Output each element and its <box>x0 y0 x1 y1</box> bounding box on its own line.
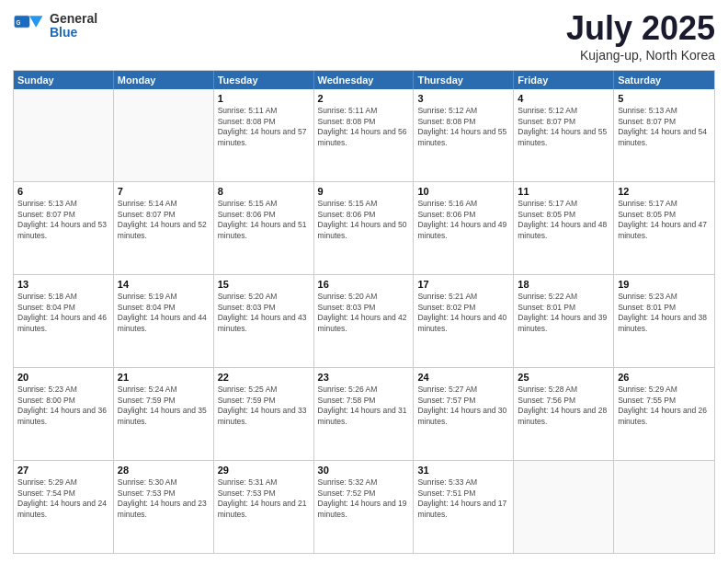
calendar-row-3: 20Sunrise: 5:23 AM Sunset: 8:00 PM Dayli… <box>14 367 714 460</box>
cell-detail: Sunrise: 5:26 AM Sunset: 7:58 PM Dayligh… <box>318 385 410 427</box>
calendar-cell-day-30: 30Sunrise: 5:32 AM Sunset: 7:52 PM Dayli… <box>314 461 415 553</box>
cell-detail: Sunrise: 5:22 AM Sunset: 8:01 PM Dayligh… <box>518 292 609 334</box>
day-number: 19 <box>618 278 711 291</box>
calendar-cell-day-7: 7Sunrise: 5:14 AM Sunset: 8:07 PM Daylig… <box>114 182 214 274</box>
calendar-cell-day-2: 2Sunrise: 5:11 AM Sunset: 8:08 PM Daylig… <box>314 89 415 181</box>
cell-detail: Sunrise: 5:15 AM Sunset: 8:06 PM Dayligh… <box>318 199 410 241</box>
cell-detail: Sunrise: 5:32 AM Sunset: 7:52 PM Dayligh… <box>318 477 410 520</box>
cell-detail: Sunrise: 5:13 AM Sunset: 8:07 PM Dayligh… <box>618 106 711 148</box>
day-number: 17 <box>417 278 509 291</box>
header: G General Blue July 2025 Kujang-up, Nort… <box>13 9 715 63</box>
calendar-cell-day-22: 22Sunrise: 5:25 AM Sunset: 7:59 PM Dayli… <box>214 368 314 460</box>
cell-detail: Sunrise: 5:20 AM Sunset: 8:03 PM Dayligh… <box>218 292 310 334</box>
page: G General Blue July 2025 Kujang-up, Nort… <box>0 0 728 563</box>
day-number: 1 <box>218 92 310 105</box>
calendar-cell-day-25: 25Sunrise: 5:28 AM Sunset: 7:56 PM Dayli… <box>514 368 614 460</box>
calendar-cell-day-18: 18Sunrise: 5:22 AM Sunset: 8:01 PM Dayli… <box>514 275 614 367</box>
calendar-cell-day-21: 21Sunrise: 5:24 AM Sunset: 7:59 PM Dayli… <box>114 368 214 460</box>
cell-detail: Sunrise: 5:23 AM Sunset: 8:00 PM Dayligh… <box>17 385 109 427</box>
cell-detail: Sunrise: 5:21 AM Sunset: 8:02 PM Dayligh… <box>417 292 509 334</box>
day-of-week-tuesday: Tuesday <box>214 71 314 89</box>
calendar-cell-day-28: 28Sunrise: 5:30 AM Sunset: 7:53 PM Dayli… <box>114 461 214 553</box>
calendar-header: SundayMondayTuesdayWednesdayThursdayFrid… <box>14 71 714 89</box>
cell-detail: Sunrise: 5:12 AM Sunset: 8:07 PM Dayligh… <box>518 106 609 148</box>
logo-icon: G <box>13 9 46 42</box>
calendar-cell-day-24: 24Sunrise: 5:27 AM Sunset: 7:57 PM Dayli… <box>414 368 514 460</box>
cell-detail: Sunrise: 5:30 AM Sunset: 7:53 PM Dayligh… <box>118 477 210 520</box>
day-number: 21 <box>118 371 210 384</box>
day-number: 13 <box>17 278 109 291</box>
day-number: 28 <box>118 464 210 477</box>
cell-detail: Sunrise: 5:18 AM Sunset: 8:04 PM Dayligh… <box>17 292 109 334</box>
day-number: 14 <box>118 278 210 291</box>
day-number: 22 <box>218 371 310 384</box>
day-number: 18 <box>518 278 609 291</box>
calendar-cell-day-16: 16Sunrise: 5:20 AM Sunset: 8:03 PM Dayli… <box>314 275 415 367</box>
month-title: July 2025 <box>566 9 715 48</box>
svg-text:G: G <box>17 19 21 26</box>
day-of-week-sunday: Sunday <box>14 71 114 89</box>
calendar-cell-day-9: 9Sunrise: 5:15 AM Sunset: 8:06 PM Daylig… <box>314 182 415 274</box>
day-of-week-wednesday: Wednesday <box>314 71 415 89</box>
cell-detail: Sunrise: 5:31 AM Sunset: 7:53 PM Dayligh… <box>218 477 310 520</box>
calendar-cell-day-10: 10Sunrise: 5:16 AM Sunset: 8:06 PM Dayli… <box>414 182 514 274</box>
calendar-row-2: 13Sunrise: 5:18 AM Sunset: 8:04 PM Dayli… <box>14 274 714 367</box>
cell-detail: Sunrise: 5:19 AM Sunset: 8:04 PM Dayligh… <box>118 292 210 334</box>
calendar-cell-day-13: 13Sunrise: 5:18 AM Sunset: 8:04 PM Dayli… <box>14 275 114 367</box>
calendar-cell-day-3: 3Sunrise: 5:12 AM Sunset: 8:08 PM Daylig… <box>414 89 514 181</box>
cell-detail: Sunrise: 5:23 AM Sunset: 8:01 PM Dayligh… <box>618 292 711 334</box>
calendar-cell-empty <box>514 461 614 553</box>
calendar: SundayMondayTuesdayWednesdayThursdayFrid… <box>13 70 715 554</box>
day-number: 31 <box>417 464 509 477</box>
calendar-cell-day-15: 15Sunrise: 5:20 AM Sunset: 8:03 PM Dayli… <box>214 275 314 367</box>
cell-detail: Sunrise: 5:17 AM Sunset: 8:05 PM Dayligh… <box>518 199 609 241</box>
calendar-row-1: 6Sunrise: 5:13 AM Sunset: 8:07 PM Daylig… <box>14 181 714 274</box>
day-number: 15 <box>218 278 310 291</box>
day-number: 9 <box>318 185 410 198</box>
day-number: 6 <box>17 185 109 198</box>
logo-blue: Blue <box>50 26 97 40</box>
calendar-cell-day-8: 8Sunrise: 5:15 AM Sunset: 8:06 PM Daylig… <box>214 182 314 274</box>
calendar-row-0: 1Sunrise: 5:11 AM Sunset: 8:08 PM Daylig… <box>14 89 714 181</box>
calendar-cell-empty <box>114 89 214 181</box>
calendar-cell-day-4: 4Sunrise: 5:12 AM Sunset: 8:07 PM Daylig… <box>514 89 614 181</box>
logo-text: General Blue <box>50 12 97 40</box>
day-number: 5 <box>618 92 711 105</box>
calendar-cell-day-11: 11Sunrise: 5:17 AM Sunset: 8:05 PM Dayli… <box>514 182 614 274</box>
calendar-cell-day-26: 26Sunrise: 5:29 AM Sunset: 7:55 PM Dayli… <box>614 368 714 460</box>
day-of-week-saturday: Saturday <box>614 71 714 89</box>
calendar-cell-day-29: 29Sunrise: 5:31 AM Sunset: 7:53 PM Dayli… <box>214 461 314 553</box>
cell-detail: Sunrise: 5:20 AM Sunset: 8:03 PM Dayligh… <box>318 292 410 334</box>
day-number: 7 <box>118 185 210 198</box>
cell-detail: Sunrise: 5:24 AM Sunset: 7:59 PM Dayligh… <box>118 385 210 427</box>
cell-detail: Sunrise: 5:16 AM Sunset: 8:06 PM Dayligh… <box>417 199 509 241</box>
cell-detail: Sunrise: 5:11 AM Sunset: 8:08 PM Dayligh… <box>318 106 410 148</box>
calendar-cell-day-31: 31Sunrise: 5:33 AM Sunset: 7:51 PM Dayli… <box>414 461 514 553</box>
day-number: 25 <box>518 371 609 384</box>
calendar-cell-day-23: 23Sunrise: 5:26 AM Sunset: 7:58 PM Dayli… <box>314 368 415 460</box>
cell-detail: Sunrise: 5:14 AM Sunset: 8:07 PM Dayligh… <box>118 199 210 241</box>
cell-detail: Sunrise: 5:11 AM Sunset: 8:08 PM Dayligh… <box>218 106 310 148</box>
day-number: 27 <box>17 464 109 477</box>
logo-general: General <box>50 12 97 26</box>
day-number: 23 <box>318 371 410 384</box>
day-number: 10 <box>417 185 509 198</box>
cell-detail: Sunrise: 5:33 AM Sunset: 7:51 PM Dayligh… <box>417 477 509 520</box>
day-number: 8 <box>218 185 310 198</box>
day-number: 29 <box>218 464 310 477</box>
calendar-cell-day-12: 12Sunrise: 5:17 AM Sunset: 8:05 PM Dayli… <box>614 182 714 274</box>
cell-detail: Sunrise: 5:12 AM Sunset: 8:08 PM Dayligh… <box>417 106 509 148</box>
day-of-week-friday: Friday <box>514 71 614 89</box>
calendar-cell-day-14: 14Sunrise: 5:19 AM Sunset: 8:04 PM Dayli… <box>114 275 214 367</box>
cell-detail: Sunrise: 5:28 AM Sunset: 7:56 PM Dayligh… <box>518 385 609 427</box>
day-number: 4 <box>518 92 609 105</box>
cell-detail: Sunrise: 5:15 AM Sunset: 8:06 PM Dayligh… <box>218 199 310 241</box>
cell-detail: Sunrise: 5:17 AM Sunset: 8:05 PM Dayligh… <box>618 199 711 241</box>
calendar-cell-day-1: 1Sunrise: 5:11 AM Sunset: 8:08 PM Daylig… <box>214 89 314 181</box>
location: Kujang-up, North Korea <box>566 48 715 63</box>
calendar-cell-day-27: 27Sunrise: 5:29 AM Sunset: 7:54 PM Dayli… <box>14 461 114 553</box>
calendar-cell-day-5: 5Sunrise: 5:13 AM Sunset: 8:07 PM Daylig… <box>614 89 714 181</box>
calendar-cell-day-20: 20Sunrise: 5:23 AM Sunset: 8:00 PM Dayli… <box>14 368 114 460</box>
day-number: 12 <box>618 185 711 198</box>
day-number: 16 <box>318 278 410 291</box>
